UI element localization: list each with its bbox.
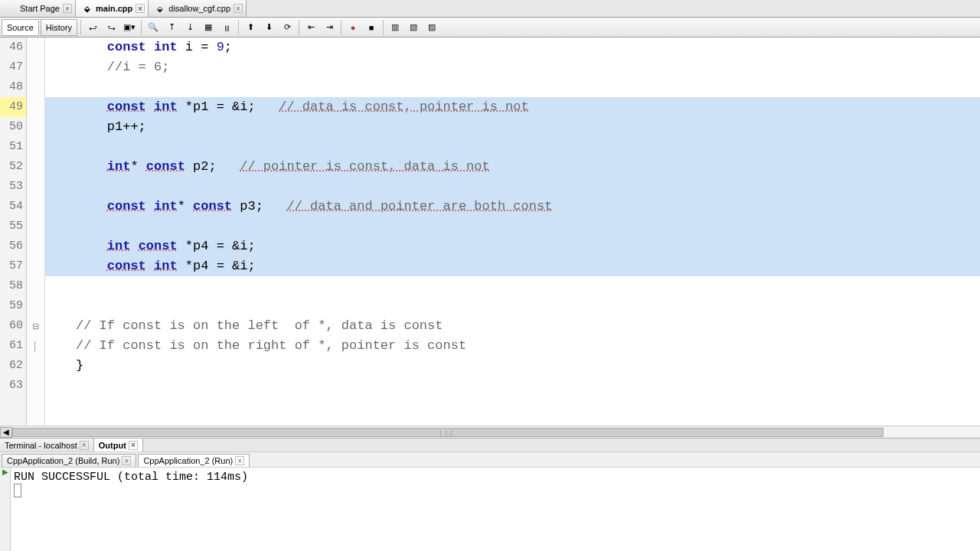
output-tab[interactable]: CppApplication_2 (Run)× [138,454,250,467]
line-number: 50 [0,117,26,137]
highlight-icon[interactable]: ▦ [200,19,217,36]
fold-marker[interactable] [27,217,44,236]
fold-marker[interactable] [27,236,44,256]
fold-marker[interactable] [27,37,44,57]
validate-icon[interactable]: ▧ [405,19,422,36]
fold-marker[interactable] [27,77,44,97]
code-line[interactable]: } [45,356,980,376]
fold-marker[interactable] [27,296,44,316]
file-tab[interactable]: Start Page× [0,0,76,17]
line-number: 57 [0,256,26,276]
code-line[interactable]: // If const is on the right of *, pointe… [45,336,980,356]
fold-marker[interactable]: │ [27,336,44,356]
stop-icon[interactable]: ■ [363,19,380,36]
fold-marker[interactable] [27,356,44,376]
terminal-cursor [14,484,21,497]
close-icon[interactable]: × [129,441,138,450]
shift-right-icon[interactable]: ⇥ [321,19,338,36]
code-line[interactable]: int* const p2; // pointer is const, data… [45,157,980,177]
nav-next-icon[interactable]: ⮑ [103,19,119,36]
macro-icon[interactable]: ▨ [423,19,440,36]
panel-tab[interactable]: Terminal - localhost× [0,439,94,452]
nav-up-icon[interactable]: ⬆ [242,19,259,36]
tab-label: Start Page [20,4,60,13]
close-icon[interactable]: × [122,456,131,465]
panel-tab[interactable]: Output× [94,439,143,452]
fold-marker[interactable]: ⊟ [27,316,44,336]
fold-marker[interactable] [27,117,44,137]
code-line[interactable] [45,376,980,396]
close-icon[interactable]: × [136,4,145,13]
bookmark-icon[interactable]: ⟳ [279,19,296,36]
scroll-left-icon[interactable]: ◀ [0,427,12,438]
find-next-icon[interactable]: ⤓ [181,19,198,36]
file-tabs: Start Page×⬙main.cpp×⬙disallow_cgf.cpp× [0,0,980,18]
fold-marker[interactable] [27,137,44,157]
code-line[interactable] [45,296,980,316]
code-area[interactable]: const int i = 9; //i = 6; const int *p1 … [45,37,980,425]
code-line[interactable]: int const *p4 = &i; [45,236,980,256]
rerun-icon[interactable]: ▶ [0,468,10,480]
code-line[interactable]: const int* const p3; // data and pointer… [45,197,980,217]
toggle-icon[interactable]: ⫼ [218,19,235,36]
line-number: 54 [0,197,26,217]
scroll-track[interactable]: ┆┆┆ [12,427,980,438]
output-line: RUN SUCCESSFUL (total time: 114ms) [14,471,977,484]
separator [141,20,142,35]
line-number: 51 [0,137,26,157]
code-line[interactable]: const int *p4 = &i; [45,256,980,276]
output-gutter: ▶ [0,468,11,551]
close-icon[interactable]: × [80,441,89,450]
fold-column[interactable]: ⊟│ [27,37,45,425]
fold-marker[interactable] [27,157,44,177]
separator [299,20,299,35]
code-line[interactable] [45,77,980,97]
close-icon[interactable]: × [235,456,244,465]
fold-marker[interactable] [27,276,44,296]
compile-icon[interactable]: ▥ [387,19,403,36]
find-prev-icon[interactable]: ⤒ [163,19,180,36]
nav-down-icon[interactable]: ⬇ [260,19,277,36]
file-tab[interactable]: ⬙main.cpp× [76,0,149,17]
code-line[interactable]: p1++; [45,117,980,137]
output-tab-label: CppApplication_2 (Build, Run) [7,456,119,465]
code-line[interactable] [45,177,980,197]
history-button[interactable]: History [41,19,77,36]
line-number: 63 [0,376,26,396]
record-icon[interactable]: ● [345,19,361,36]
code-line[interactable]: //i = 6; [45,57,980,77]
output-tab-label: CppApplication_2 (Run) [143,456,233,465]
code-line[interactable] [45,276,980,296]
shift-left-icon[interactable]: ⇤ [302,19,319,36]
file-tab[interactable]: ⬙disallow_cgf.cpp× [149,0,247,17]
fold-marker[interactable] [27,177,44,197]
code-line[interactable]: const int *p1 = &i; // data is const, po… [45,97,980,117]
find-icon[interactable]: 🔍 [145,19,162,36]
file-icon: ⬙ [155,3,165,14]
nav-prev-icon[interactable]: ⮐ [84,19,101,36]
file-icon [6,3,17,14]
fold-marker[interactable] [27,197,44,217]
dropdown-icon[interactable]: ▣▾ [121,19,138,36]
close-icon[interactable]: × [63,4,72,13]
output-text[interactable]: RUN SUCCESSFUL (total time: 114ms) [11,468,980,551]
line-number: 53 [0,177,26,197]
output-tab[interactable]: CppApplication_2 (Build, Run)× [2,454,136,467]
line-number-gutter: 464748495051525354555657585960616263 [0,37,27,425]
code-line[interactable] [45,137,980,157]
fold-marker[interactable] [27,256,44,276]
fold-marker[interactable] [27,57,44,77]
code-line[interactable]: // If const is on the left of *, data is… [45,316,980,336]
code-line[interactable]: const int i = 9; [45,37,980,57]
scroll-thumb[interactable]: ┆┆┆ [12,428,884,437]
horizontal-scrollbar[interactable]: ◀ ┆┆┆ [0,425,980,438]
line-number: 47 [0,57,26,77]
close-icon[interactable]: × [234,4,243,13]
source-button[interactable]: Source [2,19,39,36]
code-editor[interactable]: 464748495051525354555657585960616263 ⊟│ … [0,37,980,425]
code-line[interactable] [45,217,980,236]
fold-marker[interactable] [27,376,44,396]
fold-marker[interactable] [27,97,44,117]
line-number: 46 [0,37,26,57]
line-number: 56 [0,236,26,256]
